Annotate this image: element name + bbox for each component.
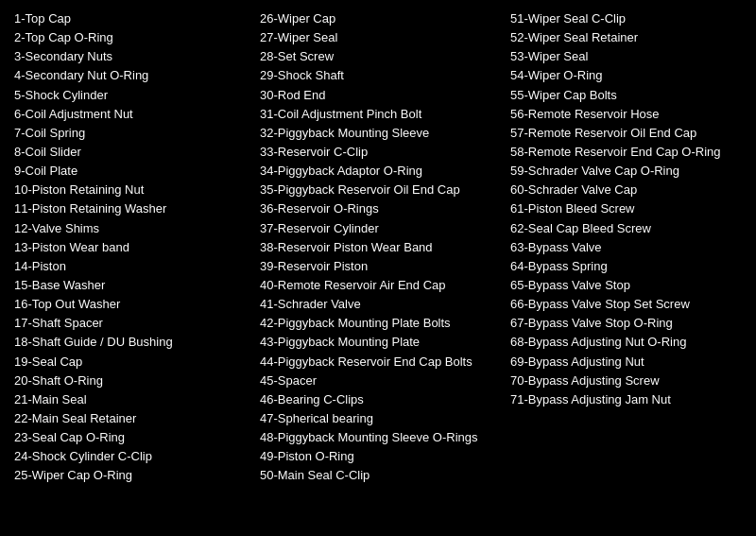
list-item: 36-Reservoir O-Rings <box>260 199 501 218</box>
list-item: 18-Shaft Guide / DU Bushing <box>14 333 250 352</box>
list-item: 60-Schrader Valve Cap <box>510 181 742 199</box>
list-item: 30-Rod End <box>260 86 501 105</box>
list-item: 33-Reservoir C-Clip <box>260 143 501 162</box>
list-item: 11-Piston Retaining Washer <box>14 199 250 218</box>
list-item: 21-Main Seal <box>14 390 250 409</box>
list-item: 59-Schrader Valve Cap O-Ring <box>510 162 742 181</box>
list-item: 57-Remote Reservoir Oil End Cap <box>510 124 742 143</box>
list-item: 31-Coil Adjustment Pinch Bolt <box>260 105 501 124</box>
list-item: 65-Bypass Valve Stop <box>510 276 742 295</box>
list-item: 46-Bearing C-Clips <box>260 390 501 409</box>
list-item: 15-Base Washer <box>14 276 250 295</box>
list-item: 37-Reservoir Cylinder <box>260 219 501 238</box>
list-item: 67-Bypass Valve Stop O-Ring <box>510 314 742 333</box>
list-item: 62-Seal Cap Bleed Screw <box>510 219 742 238</box>
list-item: 2-Top Cap O-Ring <box>14 28 250 47</box>
list-item: 42-Piggyback Mounting Plate Bolts <box>260 314 501 333</box>
list-item: 32-Piggyback Mounting Sleeve <box>260 124 501 143</box>
list-item: 4-Secondary Nut O-Ring <box>14 66 250 85</box>
list-item: 6-Coil Adjustment Nut <box>14 105 250 124</box>
parts-list: 1-Top Cap2-Top Cap O-Ring3-Secondary Nut… <box>14 9 742 486</box>
list-item: 51-Wiper Seal C-Clip <box>510 9 742 28</box>
list-item: 20-Shaft O-Ring <box>14 372 250 390</box>
list-item: 53-Wiper Seal <box>510 47 742 66</box>
list-item: 40-Remote Reservoir Air End Cap <box>260 276 501 295</box>
list-item: 71-Bypass Adjusting Jam Nut <box>510 390 742 409</box>
list-item: 26-Wiper Cap <box>260 9 501 28</box>
list-item: 8-Coil Slider <box>14 143 250 162</box>
list-item: 48-Piggyback Mounting Sleeve O-Rings <box>260 428 501 447</box>
list-item: 47-Spherical bearing <box>260 409 501 428</box>
list-item: 3-Secondary Nuts <box>14 47 250 66</box>
list-item: 52-Wiper Seal Retainer <box>510 28 742 47</box>
list-item: 38-Reservoir Piston Wear Band <box>260 238 501 257</box>
list-item: 10-Piston Retaining Nut <box>14 181 250 199</box>
list-item: 5-Shock Cylinder <box>14 86 250 105</box>
list-item: 7-Coil Spring <box>14 124 250 143</box>
column-1: 1-Top Cap2-Top Cap O-Ring3-Secondary Nut… <box>14 9 260 486</box>
column-3: 51-Wiper Seal C-Clip52-Wiper Seal Retain… <box>510 9 751 486</box>
list-item: 41-Schrader Valve <box>260 295 501 314</box>
list-item: 64-Bypass Spring <box>510 257 742 276</box>
list-item: 39-Reservoir Piston <box>260 257 501 276</box>
list-item: 24-Shock Cylinder C-Clip <box>14 447 250 466</box>
list-item: 16-Top Out Washer <box>14 295 250 314</box>
list-item: 34-Piggyback Adaptor O-Ring <box>260 162 501 181</box>
list-item: 70-Bypass Adjusting Screw <box>510 372 742 390</box>
list-item: 50-Main Seal C-Clip <box>260 466 501 485</box>
list-item: 28-Set Screw <box>260 47 501 66</box>
list-item: 44-Piggyback Reservoir End Cap Bolts <box>260 353 501 372</box>
list-item: 66-Bypass Valve Stop Set Screw <box>510 295 742 314</box>
list-item: 68-Bypass Adjusting Nut O-Ring <box>510 333 742 352</box>
list-item: 25-Wiper Cap O-Ring <box>14 466 250 485</box>
column-2: 26-Wiper Cap27-Wiper Seal28-Set Screw29-… <box>260 9 510 486</box>
list-item: 54-Wiper O-Ring <box>510 66 742 85</box>
list-item: 12-Valve Shims <box>14 219 250 238</box>
list-item: 9-Coil Plate <box>14 162 250 181</box>
list-item: 23-Seal Cap O-Ring <box>14 428 250 447</box>
list-item: 22-Main Seal Retainer <box>14 409 250 428</box>
list-item: 17-Shaft Spacer <box>14 314 250 333</box>
list-item: 58-Remote Reservoir End Cap O-Ring <box>510 143 742 162</box>
list-item: 45-Spacer <box>260 372 501 390</box>
list-item: 69-Bypass Adjusting Nut <box>510 353 742 372</box>
list-item: 49-Piston O-Ring <box>260 447 501 466</box>
list-item: 63-Bypass Valve <box>510 238 742 257</box>
list-item: 13-Piston Wear band <box>14 238 250 257</box>
list-item: 19-Seal Cap <box>14 353 250 372</box>
list-item: 55-Wiper Cap Bolts <box>510 86 742 105</box>
list-item: 35-Piggyback Reservoir Oil End Cap <box>260 181 501 199</box>
list-item: 14-Piston <box>14 257 250 276</box>
list-item: 27-Wiper Seal <box>260 28 501 47</box>
list-item: 29-Shock Shaft <box>260 66 501 85</box>
list-item: 1-Top Cap <box>14 9 250 28</box>
list-item: 61-Piston Bleed Screw <box>510 199 742 218</box>
list-item: 56-Remote Reservoir Hose <box>510 105 742 124</box>
list-item: 43-Piggyback Mounting Plate <box>260 333 501 352</box>
